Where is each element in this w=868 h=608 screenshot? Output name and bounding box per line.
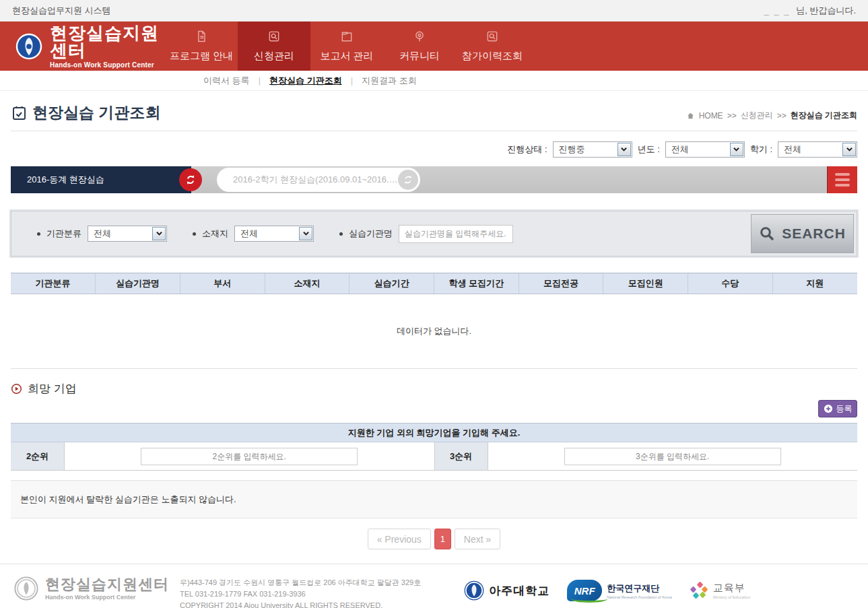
chevron-down-icon <box>617 143 631 156</box>
col-header[interactable]: 수당 <box>688 273 773 294</box>
rank3-label: 3순위 <box>434 442 488 470</box>
search-button[interactable]: SEARCH <box>751 214 854 253</box>
footer-logo[interactable]: 현장실습지원센터 Hands-on Work Support Center <box>13 576 169 601</box>
subnav-org-search[interactable]: 현장실습 기관조회 <box>269 75 342 87</box>
nav-label: 신청관리 <box>254 50 294 63</box>
filter-row: 진행상태 : 진행중 년도 : 전체 학기 : 전체 <box>11 131 857 166</box>
rank2-cell <box>65 442 434 470</box>
results-header-row: 기관분류 실습기관명 부서 소재지 실습기간 학생 모집기간 모집전공 모집인원… <box>11 273 857 294</box>
register-button[interactable]: 등록 <box>818 400 857 417</box>
chevron-down-icon <box>730 143 743 156</box>
previous-page-button[interactable]: « Previous <box>368 529 431 549</box>
col-header[interactable]: 실습기관명 <box>96 273 180 294</box>
menu-hamburger-button[interactable] <box>827 166 857 193</box>
col-header[interactable]: 지원 <box>772 273 857 294</box>
location-select[interactable]: 전체 <box>234 226 314 242</box>
wish-table-row: 2순위 3순위 <box>11 442 857 471</box>
col-header[interactable]: 모집인원 <box>603 273 688 294</box>
org-name-filter: 실습기관명 <box>339 225 513 243</box>
org-name-input[interactable] <box>399 225 513 243</box>
ministry-of-education-logo[interactable]: 교육부 Ministry of Education <box>690 581 751 600</box>
nav-label: 참가이력조회 <box>462 50 523 63</box>
program-tab-semester2[interactable]: 2016-2학기 현장실습(2016.09.01~2016.… <box>217 168 420 192</box>
program-tab-winter[interactable]: 2016-동계 현장실습 <box>11 166 191 193</box>
subnav-application-results[interactable]: 지원결과 조회 <box>362 75 417 87</box>
greeting-text: 님, 반갑습니다. <box>796 5 856 15</box>
refresh-icon[interactable] <box>398 170 418 190</box>
rank2-input[interactable] <box>141 448 358 465</box>
category-select[interactable]: 전체 <box>88 226 167 242</box>
rank2-label: 2순위 <box>11 442 65 470</box>
system-title: 현장실습업무지원 시스템 <box>12 5 111 17</box>
year-label: 년도 : <box>638 143 660 156</box>
col-header[interactable]: 부서 <box>180 273 265 294</box>
footer-copyright: COPYRIGHT 2014 Ajou University ALL RIGHT… <box>180 600 421 608</box>
pagination: « Previous 1 Next » <box>11 529 857 549</box>
refresh-icon[interactable] <box>179 168 202 191</box>
next-page-button[interactable]: Next » <box>455 529 500 549</box>
broadcast-icon <box>413 30 426 45</box>
col-header[interactable]: 소재지 <box>265 273 349 294</box>
nav-label: 보고서 관리 <box>320 50 373 63</box>
empty-state-message: 데이터가 없습니다. <box>11 294 857 369</box>
university-emblem-icon <box>15 32 43 61</box>
footer-emblem-icon <box>13 576 39 601</box>
folder-icon <box>340 30 354 45</box>
plus-circle-icon <box>824 404 833 413</box>
results-table: 기관분류 실습기관명 부서 소재지 실습기간 학생 모집기간 모집전공 모집인원… <box>11 273 857 369</box>
user-name-masked: _ _ _ <box>764 5 791 15</box>
nav-community[interactable]: 커뮤니티 <box>383 22 456 71</box>
semester-label: 학기 : <box>750 143 772 156</box>
wish-table-header: 지원한 기업 외의 희망기업을 기입해 주세요. <box>11 424 857 442</box>
location-label: 소재지 <box>202 228 228 240</box>
nav-label: 커뮤니티 <box>399 50 440 63</box>
breadcrumb-level1[interactable]: 신청관리 <box>741 110 773 121</box>
nav-application-management[interactable]: 신청관리 <box>238 22 310 71</box>
nav-report-management[interactable]: 보고서 관리 <box>310 22 383 71</box>
status-select[interactable]: 진행중 <box>553 141 632 158</box>
main-header: 현장실습지원센터 Hands-on Work Support Center 프로… <box>0 22 868 71</box>
subnav-resume-register[interactable]: 이력서 등록 <box>203 75 250 87</box>
breadcrumb-home[interactable]: HOME <box>699 111 723 121</box>
page-title: 현장실습 기관조회 <box>11 102 160 123</box>
nav-participation-history[interactable]: 참가이력조회 <box>456 22 529 71</box>
search-square-icon <box>267 30 281 45</box>
chevron-down-icon <box>152 227 166 240</box>
location-filter: 소재지 전체 <box>193 226 314 242</box>
nav-label: 프로그램 안내 <box>170 50 233 63</box>
breadcrumb-current: 현장실습 기관조회 <box>791 110 857 121</box>
chevron-down-icon <box>299 227 312 240</box>
col-header[interactable]: 모집전공 <box>519 273 603 294</box>
footer: 현장실습지원센터 Hands-on Work Support Center 우)… <box>0 564 868 608</box>
rank3-input[interactable] <box>564 448 781 465</box>
footer-tel-fax: TEL 031-219-1779 FAX 031-219-3936 <box>180 588 421 600</box>
footer-address: 우)443-749 경기도 수원시 영통구 월드컵로 206 아주대학교 팔달관… <box>180 577 421 588</box>
current-page-button[interactable]: 1 <box>434 529 451 549</box>
search-icon <box>759 226 775 242</box>
clipboard-check-icon <box>11 105 27 121</box>
ajou-emblem-icon <box>464 580 484 601</box>
chevron-down-icon <box>842 143 856 156</box>
search-square-icon <box>486 30 499 45</box>
bullet-icon <box>339 232 343 236</box>
bullet-icon <box>193 232 196 236</box>
col-header[interactable]: 기관분류 <box>11 273 96 294</box>
moe-pinwheel-icon <box>690 581 708 600</box>
utility-bar: 현장실습업무지원 시스템 _ _ _ 님, 반갑습니다. <box>0 0 868 22</box>
site-logo[interactable]: 현장실습지원센터 Hands-on Work Support Center <box>0 22 165 71</box>
col-header[interactable]: 학생 모집기간 <box>434 273 519 294</box>
category-filter: 기관분류 전체 <box>37 226 167 242</box>
search-panel: 기관분류 전체 소재지 전체 실습기관명 <box>11 211 857 257</box>
logo-title: 현장실습지원센터 <box>50 24 165 59</box>
notice-box: 본인이 지원에서 탈락한 실습기관은 노출되지 않습니다. <box>11 480 857 518</box>
ajou-university-logo[interactable]: 아주대학교 <box>464 580 549 601</box>
nrf-logo[interactable]: NRF 한국연구재단 National Research Foundation … <box>567 580 672 601</box>
semester-select[interactable]: 전체 <box>778 141 857 158</box>
status-label: 진행상태 : <box>507 143 547 156</box>
nav-program-guide[interactable]: 프로그램 안내 <box>165 22 238 71</box>
hamburger-icon <box>835 173 850 176</box>
subnav-separator: | <box>351 75 353 86</box>
col-header[interactable]: 실습기간 <box>349 273 434 294</box>
main-nav: 프로그램 안내 신청관리 보고서 관리 커뮤니티 참가이력조회 <box>165 22 529 71</box>
year-select[interactable]: 전체 <box>665 141 745 158</box>
